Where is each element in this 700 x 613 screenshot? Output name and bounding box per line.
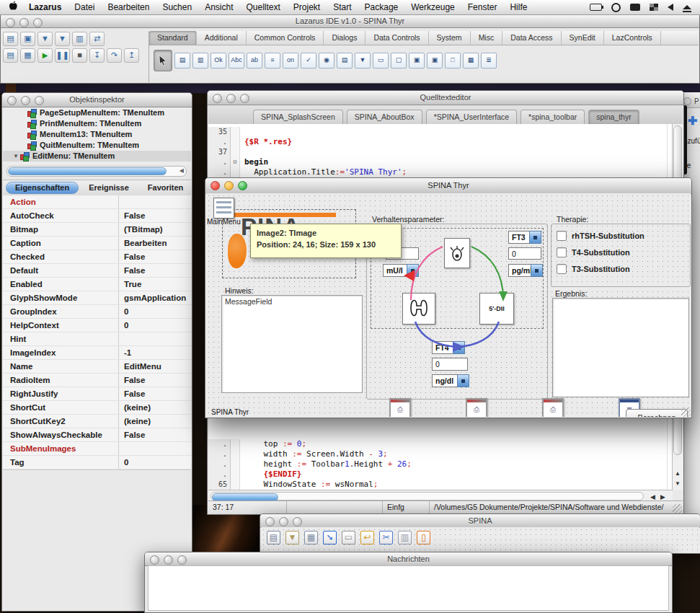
editor-tab-spina-thyr[interactable]: spina_thyr: [588, 110, 639, 124]
save-icon[interactable]: ▼: [55, 32, 70, 46]
tbutton-icon[interactable]: Ok: [211, 53, 226, 69]
property-row[interactable]: Hint: [3, 332, 191, 346]
property-value[interactable]: [119, 332, 191, 345]
horizontal-scrollbar[interactable]: ◀ ▶: [208, 490, 673, 501]
spina-toolbar-titlebar[interactable]: SPINA: [260, 514, 700, 528]
code-line[interactable]: . {$ENDIF}: [208, 469, 673, 480]
property-row[interactable]: CheckedFalse: [3, 250, 191, 264]
export-icon[interactable]: ➘: [323, 531, 337, 544]
property-row[interactable]: Tag0: [3, 456, 191, 469]
copy-icon[interactable]: ▥: [398, 531, 412, 544]
palette-tab-data-controls[interactable]: Data Controls: [365, 31, 428, 45]
scrollbar-thumb[interactable]: [8, 167, 167, 175]
property-row[interactable]: ShortCut(keine): [3, 401, 191, 415]
build-icon[interactable]: ⇄: [89, 32, 105, 46]
palette-tab-dialogs[interactable]: Dialogs: [324, 31, 365, 45]
code-line[interactable]: .{$R *.res}: [208, 137, 673, 147]
new-file-icon[interactable]: ▤: [267, 531, 280, 544]
source-editor-titlebar[interactable]: Quelltexteditor: [208, 91, 683, 105]
inspector-tab-favoriten[interactable]: Favoriten: [139, 182, 192, 193]
property-value[interactable]: False: [119, 250, 191, 263]
tcombobox-icon[interactable]: ▼: [355, 53, 371, 69]
property-value[interactable]: 0: [119, 319, 191, 332]
menu-ansicht[interactable]: Ansicht: [198, 1, 239, 14]
code-line[interactable]: 35: [208, 127, 673, 137]
palette-tab-system[interactable]: System: [429, 31, 471, 45]
stop-icon[interactable]: ■: [72, 48, 87, 63]
eject-icon[interactable]: [683, 5, 691, 9]
expand-arrow-icon[interactable]: ▼: [12, 151, 20, 162]
menu-quelltext[interactable]: Quelltext: [239, 1, 286, 14]
main-window-titlebar[interactable]: Lazarus IDE v1.0 - SPINA Thyr: [1, 15, 699, 28]
add-button-fragment[interactable]: nzufügen: [683, 137, 700, 145]
berechnen-button[interactable]: Berechnen: [626, 409, 688, 417]
editor-tab--spina-toolbar[interactable]: *spina_toolbar: [520, 110, 585, 124]
palette-tab-lazcontrols[interactable]: LazControls: [604, 31, 661, 45]
resize-grip[interactable]: [681, 407, 691, 417]
code-line[interactable]: . top := 0;: [208, 439, 673, 449]
undo-icon[interactable]: ↩: [360, 531, 374, 544]
property-row[interactable]: ImageIndex-1: [3, 346, 191, 360]
menu-bearbeiten[interactable]: Bearbeiten: [101, 1, 156, 14]
menu-projekt[interactable]: Projekt: [287, 1, 327, 14]
form-titlebar[interactable]: SPINA Thyr: [205, 178, 691, 194]
tcheckgroup-icon[interactable]: ▣: [427, 53, 443, 69]
selection-cursor-button[interactable]: [154, 50, 172, 71]
tmemo-icon[interactable]: ≡: [265, 53, 280, 69]
scroll-up-arrow-icon[interactable]: ▲: [673, 470, 683, 477]
code-line[interactable]: 37: [208, 147, 673, 157]
pause-icon[interactable]: ❚❚: [55, 48, 70, 63]
step-out-icon[interactable]: ↥: [124, 48, 139, 63]
new-unit-icon[interactable]: ▤: [3, 32, 18, 46]
apple-menu-icon[interactable]: [7, 1, 22, 14]
tradiobutton-icon[interactable]: ◉: [319, 53, 335, 69]
main-menu-component-icon[interactable]: [213, 198, 234, 219]
code-line[interactable]: 65 WindowState := wsNormal;: [208, 480, 673, 490]
checkbox-t4-substitution[interactable]: T4-Substitution: [557, 247, 630, 257]
tree-item[interactable]: PageSetupMenuItem: TMenuItem: [3, 107, 191, 118]
scroll-left-arrow-icon[interactable]: ◀: [650, 493, 655, 500]
tlistbox-icon[interactable]: ▤: [337, 53, 353, 69]
tree-item[interactable]: ▼EditMenu: TMenuItem: [3, 151, 191, 162]
property-row[interactable]: AutoCheckFalse: [3, 209, 191, 223]
checkbox-box[interactable]: [557, 247, 567, 257]
palette-tab-synedit[interactable]: SynEdit: [562, 31, 604, 45]
combo-dropdown-icon[interactable]: [457, 374, 469, 387]
property-value[interactable]: -1: [119, 346, 191, 359]
display-icon[interactable]: [630, 4, 640, 11]
property-value[interactable]: (keine): [119, 415, 191, 428]
checkbox-t3-substitution[interactable]: T3-Substitution: [557, 264, 630, 274]
property-row[interactable]: HelpContext0: [3, 319, 191, 332]
menu-package[interactable]: Package: [358, 1, 405, 14]
tpopupmenu-icon[interactable]: ▥: [192, 53, 208, 69]
property-value[interactable]: EditMenu: [119, 360, 191, 373]
print-icon[interactable]: ▭: [342, 531, 355, 544]
clock-icon[interactable]: [611, 3, 621, 12]
combo-dropdown-icon[interactable]: [529, 231, 541, 244]
ft4-unit-combo[interactable]: ng/dl: [432, 374, 469, 387]
menu-datei[interactable]: Datei: [68, 1, 101, 14]
property-value[interactable]: True: [119, 278, 191, 291]
property-value[interactable]: gsmApplication: [119, 291, 191, 304]
page-setup-dialog-icon[interactable]: ⎙: [389, 398, 411, 417]
property-row[interactable]: GroupIndex0: [3, 305, 191, 319]
editor-tab-spina-aboutbox[interactable]: SPINA_AboutBox: [347, 110, 422, 124]
tframe-icon[interactable]: ▦: [463, 53, 479, 69]
editor-tab-spina-splashscreen[interactable]: SPINA_SplashScreen: [253, 110, 343, 124]
tpanel-icon[interactable]: □: [445, 53, 461, 69]
property-value[interactable]: 0: [119, 305, 191, 318]
property-row[interactable]: CaptionBearbeiten: [3, 237, 191, 250]
form-canvas[interactable]: PINA MainMenu Hinweis: MessageField Verh…: [206, 193, 691, 417]
menu-start[interactable]: Start: [327, 1, 358, 14]
help-button-fragment[interactable]: fe: [685, 162, 691, 169]
tree-item[interactable]: QuitMenuItem: TMenuItem: [3, 140, 191, 151]
code-line[interactable]: . Application.Title:='SPINA Thyr';: [208, 167, 673, 177]
combo-dropdown-icon[interactable]: [531, 264, 543, 277]
property-value[interactable]: False: [119, 428, 191, 441]
tcheckbox-icon[interactable]: ✓: [301, 53, 316, 69]
resize-grip[interactable]: [673, 504, 682, 513]
message-memo[interactable]: MessageField: [221, 295, 363, 393]
property-row[interactable]: RightJustifyFalse: [3, 387, 191, 401]
tactionlist-icon[interactable]: ≣: [481, 53, 497, 69]
save-all-icon[interactable]: ▥: [72, 32, 87, 46]
